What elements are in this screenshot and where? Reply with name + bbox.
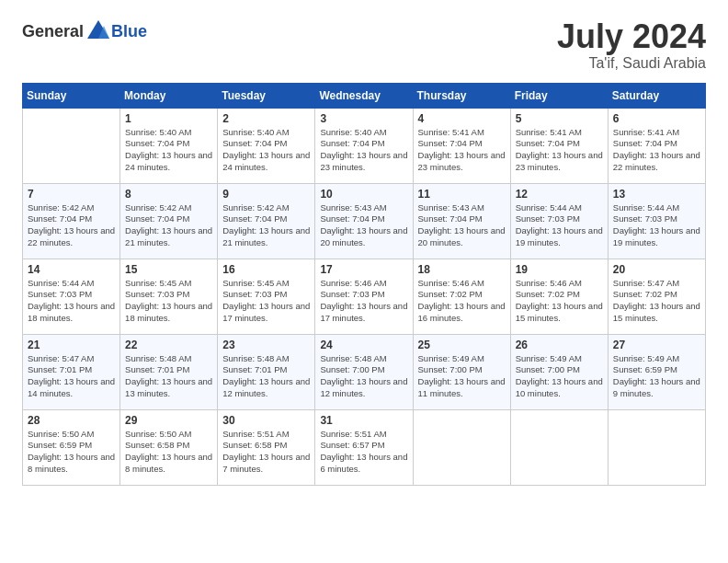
calendar-cell: 22Sunrise: 5:48 AM Sunset: 7:01 PM Dayli… <box>120 334 218 409</box>
day-number: 26 <box>516 339 603 351</box>
day-number: 2 <box>222 112 310 125</box>
day-info: Sunrise: 5:49 AM Sunset: 7:00 PM Dayligh… <box>516 353 603 400</box>
weekday-header: Friday <box>510 83 608 108</box>
calendar-container: General Blue July 2024 Ta'if, Saudi Arab… <box>0 0 728 500</box>
day-info: Sunrise: 5:45 AM Sunset: 7:03 PM Dayligh… <box>222 278 310 325</box>
calendar-cell: 21Sunrise: 5:47 AM Sunset: 7:01 PM Dayli… <box>23 334 120 409</box>
day-number: 16 <box>222 263 310 276</box>
day-info: Sunrise: 5:47 AM Sunset: 7:02 PM Dayligh… <box>613 278 700 325</box>
calendar-cell: 24Sunrise: 5:48 AM Sunset: 7:00 PM Dayli… <box>315 334 413 409</box>
calendar-cell: 30Sunrise: 5:51 AM Sunset: 6:58 PM Dayli… <box>218 409 315 485</box>
header-row: SundayMondayTuesdayWednesdayThursdayFrid… <box>23 83 706 108</box>
calendar-cell: 12Sunrise: 5:44 AM Sunset: 7:03 PM Dayli… <box>510 183 608 259</box>
day-number: 24 <box>320 339 407 351</box>
calendar-cell <box>510 409 608 485</box>
day-info: Sunrise: 5:49 AM Sunset: 6:59 PM Dayligh… <box>613 353 700 400</box>
header: General Blue July 2024 Ta'if, Saudi Arab… <box>22 18 706 72</box>
calendar-cell: 29Sunrise: 5:50 AM Sunset: 6:58 PM Dayli… <box>120 409 218 485</box>
day-number: 23 <box>222 339 310 351</box>
calendar-cell: 8Sunrise: 5:42 AM Sunset: 7:04 PM Daylig… <box>120 183 218 259</box>
logo-icon <box>85 18 111 44</box>
calendar-cell: 15Sunrise: 5:45 AM Sunset: 7:03 PM Dayli… <box>120 259 218 334</box>
calendar-cell: 3Sunrise: 5:40 AM Sunset: 7:04 PM Daylig… <box>315 108 413 183</box>
calendar-cell: 17Sunrise: 5:46 AM Sunset: 7:03 PM Dayli… <box>315 259 413 334</box>
calendar-cell: 28Sunrise: 5:50 AM Sunset: 6:59 PM Dayli… <box>23 409 120 485</box>
day-info: Sunrise: 5:40 AM Sunset: 7:04 PM Dayligh… <box>320 127 407 174</box>
day-info: Sunrise: 5:49 AM Sunset: 7:00 PM Dayligh… <box>418 353 506 400</box>
calendar-cell: 16Sunrise: 5:45 AM Sunset: 7:03 PM Dayli… <box>218 259 315 334</box>
weekday-header: Tuesday <box>218 83 315 108</box>
calendar-cell: 6Sunrise: 5:41 AM Sunset: 7:04 PM Daylig… <box>608 108 705 183</box>
day-info: Sunrise: 5:46 AM Sunset: 7:02 PM Dayligh… <box>516 278 603 325</box>
calendar-cell: 31Sunrise: 5:51 AM Sunset: 6:57 PM Dayli… <box>315 409 413 485</box>
day-info: Sunrise: 5:51 AM Sunset: 6:58 PM Dayligh… <box>222 429 310 476</box>
day-number: 17 <box>320 263 407 276</box>
calendar-cell: 13Sunrise: 5:44 AM Sunset: 7:03 PM Dayli… <box>608 183 705 259</box>
day-info: Sunrise: 5:43 AM Sunset: 7:04 PM Dayligh… <box>320 202 407 249</box>
day-number: 6 <box>613 112 700 125</box>
day-info: Sunrise: 5:48 AM Sunset: 7:01 PM Dayligh… <box>125 353 212 400</box>
calendar-cell: 11Sunrise: 5:43 AM Sunset: 7:04 PM Dayli… <box>413 183 510 259</box>
day-info: Sunrise: 5:42 AM Sunset: 7:04 PM Dayligh… <box>28 202 115 249</box>
calendar-week-row: 21Sunrise: 5:47 AM Sunset: 7:01 PM Dayli… <box>23 334 706 409</box>
day-number: 30 <box>222 414 310 427</box>
day-info: Sunrise: 5:41 AM Sunset: 7:04 PM Dayligh… <box>418 127 506 174</box>
day-number: 20 <box>613 263 700 276</box>
calendar-cell: 20Sunrise: 5:47 AM Sunset: 7:02 PM Dayli… <box>608 259 705 334</box>
calendar-cell: 25Sunrise: 5:49 AM Sunset: 7:00 PM Dayli… <box>413 334 510 409</box>
weekday-header: Wednesday <box>315 83 413 108</box>
calendar-cell: 23Sunrise: 5:48 AM Sunset: 7:01 PM Dayli… <box>218 334 315 409</box>
calendar-table: SundayMondayTuesdayWednesdayThursdayFrid… <box>22 83 706 486</box>
day-number: 19 <box>516 263 603 276</box>
calendar-cell: 5Sunrise: 5:41 AM Sunset: 7:04 PM Daylig… <box>510 108 608 183</box>
calendar-cell: 10Sunrise: 5:43 AM Sunset: 7:04 PM Dayli… <box>315 183 413 259</box>
day-number: 12 <box>516 188 603 201</box>
day-info: Sunrise: 5:43 AM Sunset: 7:04 PM Dayligh… <box>418 202 506 249</box>
day-number: 25 <box>418 339 506 351</box>
day-info: Sunrise: 5:42 AM Sunset: 7:04 PM Dayligh… <box>125 202 212 249</box>
day-number: 28 <box>28 414 115 427</box>
day-number: 5 <box>516 112 603 125</box>
day-number: 7 <box>28 188 115 201</box>
calendar-cell: 19Sunrise: 5:46 AM Sunset: 7:02 PM Dayli… <box>510 259 608 334</box>
day-number: 3 <box>320 112 407 125</box>
calendar-cell: 1Sunrise: 5:40 AM Sunset: 7:04 PM Daylig… <box>120 108 218 183</box>
logo: General Blue <box>22 18 147 44</box>
day-number: 29 <box>125 414 212 427</box>
day-number: 21 <box>28 339 115 351</box>
logo-blue: Blue <box>111 22 147 41</box>
day-number: 15 <box>125 263 212 276</box>
calendar-cell: 7Sunrise: 5:42 AM Sunset: 7:04 PM Daylig… <box>23 183 120 259</box>
day-number: 9 <box>222 188 310 201</box>
day-number: 14 <box>28 263 115 276</box>
day-number: 18 <box>418 263 506 276</box>
day-number: 4 <box>418 112 506 125</box>
calendar-cell <box>23 108 120 183</box>
day-number: 10 <box>320 188 407 201</box>
calendar-cell: 9Sunrise: 5:42 AM Sunset: 7:04 PM Daylig… <box>218 183 315 259</box>
day-info: Sunrise: 5:50 AM Sunset: 6:58 PM Dayligh… <box>125 429 212 476</box>
day-number: 8 <box>125 188 212 201</box>
day-info: Sunrise: 5:41 AM Sunset: 7:04 PM Dayligh… <box>613 127 700 174</box>
day-info: Sunrise: 5:47 AM Sunset: 7:01 PM Dayligh… <box>28 353 115 400</box>
calendar-week-row: 1Sunrise: 5:40 AM Sunset: 7:04 PM Daylig… <box>23 108 706 183</box>
day-number: 13 <box>613 188 700 201</box>
logo-general: General <box>22 22 84 41</box>
day-info: Sunrise: 5:48 AM Sunset: 7:00 PM Dayligh… <box>320 353 407 400</box>
day-info: Sunrise: 5:48 AM Sunset: 7:01 PM Dayligh… <box>222 353 310 400</box>
day-number: 22 <box>125 339 212 351</box>
weekday-header: Thursday <box>413 83 510 108</box>
calendar-cell <box>413 409 510 485</box>
day-number: 27 <box>613 339 700 351</box>
title-block: July 2024 Ta'if, Saudi Arabia <box>557 18 706 72</box>
calendar-cell: 14Sunrise: 5:44 AM Sunset: 7:03 PM Dayli… <box>23 259 120 334</box>
day-number: 31 <box>320 414 407 427</box>
day-info: Sunrise: 5:45 AM Sunset: 7:03 PM Dayligh… <box>125 278 212 325</box>
calendar-cell: 27Sunrise: 5:49 AM Sunset: 6:59 PM Dayli… <box>608 334 705 409</box>
weekday-header: Sunday <box>23 83 120 108</box>
day-number: 11 <box>418 188 506 201</box>
calendar-week-row: 28Sunrise: 5:50 AM Sunset: 6:59 PM Dayli… <box>23 409 706 485</box>
weekday-header: Monday <box>120 83 218 108</box>
day-info: Sunrise: 5:46 AM Sunset: 7:02 PM Dayligh… <box>418 278 506 325</box>
day-info: Sunrise: 5:51 AM Sunset: 6:57 PM Dayligh… <box>320 429 407 476</box>
